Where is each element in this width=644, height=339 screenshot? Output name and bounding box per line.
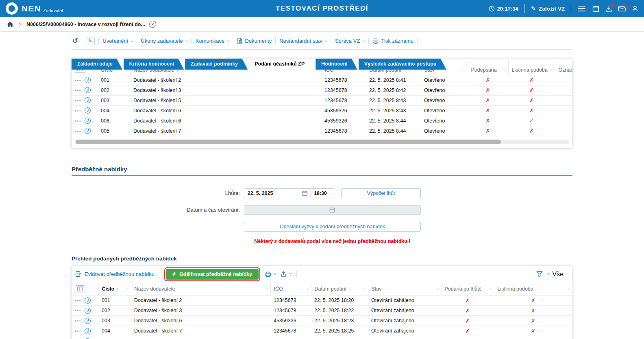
- cell-podana-po-lhute: ✗: [441, 295, 494, 306]
- brand[interactable]: NEN Zadavatel: [6, 2, 63, 15]
- col-podana-po-lhute[interactable]: Podaná po lhůtě▽: [441, 283, 494, 295]
- cell-nazev: Dodavatel - školení 5: [130, 95, 321, 105]
- row-menu-button[interactable]: •••: [75, 129, 81, 133]
- odeslani-vyzvy-button[interactable]: Odeslání výzvy k podání předběžných nabí…: [244, 222, 421, 232]
- create-vz-button[interactable]: ✎ Založit VZ: [531, 5, 565, 12]
- row-menu-button[interactable]: •••: [75, 119, 81, 123]
- filter-button[interactable]: [536, 271, 543, 277]
- profile-button[interactable]: [632, 5, 638, 12]
- menu-ukony-zadavatele[interactable]: Úkony zadavatele▽: [141, 38, 188, 44]
- evidovat-nabidku-link[interactable]: Evidovat předběžnou nabídku: [76, 271, 154, 277]
- print-list-button[interactable]: ▽: [265, 271, 276, 277]
- cell-podana-po-lhute: ✗: [441, 306, 494, 316]
- row-menu-button[interactable]: •••: [75, 298, 81, 302]
- messages-button[interactable]: [618, 6, 626, 11]
- row-menu-button[interactable]: •••: [75, 78, 81, 82]
- vypocet-lhut-button[interactable]: Výpočet lhůt: [341, 188, 421, 198]
- tab-hodnoceni[interactable]: Hodnocení: [315, 59, 357, 70]
- row-menu-button[interactable]: •••: [75, 329, 81, 333]
- cell-cislo: 003: [98, 95, 130, 105]
- downloads-button[interactable]: [605, 5, 612, 12]
- row-info-button[interactable]: i: [85, 97, 91, 103]
- menu-dokumenty[interactable]: Dokumenty: [237, 38, 272, 44]
- row-info-button[interactable]: i: [85, 308, 91, 314]
- cell-nazev: Dodavatel - školení 3: [131, 306, 270, 316]
- col-datum[interactable]: Datum podání▽: [311, 283, 368, 295]
- cell-stav: Otevřeno: [421, 95, 468, 105]
- col-cislo[interactable]: Číslo↑▽: [98, 283, 131, 295]
- col-nazev[interactable]: Název dodavatele▽: [131, 283, 270, 295]
- filter-caret-icon[interactable]: ▽: [126, 287, 128, 291]
- row-info-button[interactable]: i: [85, 328, 91, 334]
- record-tab[interactable]: N006/25/V00004860 - Inovace v rozvoji ří…: [26, 21, 156, 28]
- row-info-button[interactable]: i: [85, 107, 91, 114]
- lhuta-time-value[interactable]: 18:30: [310, 189, 334, 198]
- row-menu-button[interactable]: •••: [75, 88, 81, 92]
- table-row: •••i 005 Dodavatel - školení 7 12345678 …: [72, 126, 572, 136]
- calendar-icon[interactable]: [302, 190, 308, 196]
- row-info-button[interactable]: i: [85, 128, 91, 134]
- filter-preset-vse[interactable]: ▽ Vše: [547, 271, 564, 278]
- filter-caret-icon[interactable]: ▽: [568, 287, 570, 291]
- filter-caret-icon[interactable]: ▽: [363, 287, 366, 291]
- filter-caret-icon[interactable]: ▽: [489, 287, 492, 291]
- tab-podani-ucastniku-zp[interactable]: Podání účastníků ZP: [249, 59, 314, 70]
- row-info-button[interactable]: i: [85, 77, 91, 83]
- col-stav[interactable]: Stav▽: [368, 283, 441, 295]
- tab-vysledek[interactable]: Výsledek zadávacího postupu: [359, 59, 446, 70]
- print-record-button[interactable]: Tisk záznamu: [372, 38, 413, 44]
- home-icon: [7, 21, 14, 28]
- breadcrumb-bar: > N006/25/V00004860 - Inovace v rozvoji …: [0, 17, 644, 32]
- menu-nestandardni-stav[interactable]: Nestandardní stav▽: [279, 38, 327, 44]
- tab-zakladni-udaje[interactable]: Základní údaje: [72, 59, 122, 70]
- export-button[interactable]: ▽: [281, 271, 292, 277]
- tab-zadavaci-podminky[interactable]: Zadávací podmínky: [185, 59, 248, 70]
- history-button[interactable]: ↺: [72, 37, 78, 45]
- cell-listinna: ✗: [508, 95, 555, 105]
- prehled-toolbar: Evidovat předběžnou nabídku Odšifrovat p…: [72, 266, 572, 283]
- filter-caret-icon[interactable]: ▽: [436, 287, 439, 291]
- row-info-button[interactable]: i: [85, 118, 91, 124]
- cell-stav: Otevřeno: [421, 105, 468, 116]
- col-settings[interactable]: [72, 283, 98, 295]
- cell-listinna: ✓: [494, 336, 572, 339]
- row-info-button[interactable]: i: [85, 87, 91, 93]
- column-settings-button[interactable]: [75, 285, 85, 293]
- menu-uverejneni[interactable]: Uveřejnění▽: [102, 38, 133, 44]
- cell-podepsana: ✗: [468, 85, 508, 95]
- row-menu-button[interactable]: •••: [75, 308, 81, 313]
- notification-dot: [611, 4, 614, 7]
- col-listinna[interactable]: Listinná podoba▽: [494, 283, 572, 295]
- lhuta-datetime-input[interactable]: 22. 5. 2025 18:30: [244, 188, 334, 198]
- row-info-button[interactable]: i: [85, 297, 91, 304]
- menu-button[interactable]: [577, 5, 586, 13]
- calendar-button[interactable]: [592, 5, 599, 12]
- oteviani-datetime-input: [244, 205, 421, 215]
- cell-stav: Otevřeno: [421, 126, 468, 136]
- home-button[interactable]: [7, 21, 14, 28]
- row-menu-button[interactable]: •••: [75, 319, 81, 323]
- odsifrovat-button[interactable]: Odšifrovat předběžné nabídky: [166, 269, 259, 280]
- brand-subtitle: Zadavatel: [43, 8, 63, 13]
- filter-caret-icon[interactable]: ▽: [306, 287, 309, 291]
- row-menu-button[interactable]: •••: [75, 98, 81, 103]
- record-tab-label: N006/25/V00004860 - Inovace v rozvoji ří…: [26, 22, 145, 27]
- horizontal-scrollbar[interactable]: [75, 140, 569, 144]
- menu-komunikace[interactable]: Komunikace▽: [196, 38, 230, 44]
- cell-nazev: Dodavatel - školení 2: [131, 295, 270, 306]
- col-ico[interactable]: IČO▽: [270, 283, 311, 295]
- row-menu-button[interactable]: •••: [75, 109, 81, 113]
- lhuta-date-value[interactable]: 22. 5. 2025: [244, 190, 302, 196]
- cell-cislo: 002: [98, 306, 131, 316]
- chevron-down-icon: ▽: [547, 272, 550, 276]
- tab-kriteria-hodnoceni[interactable]: Kritéria hodnocení: [124, 59, 184, 70]
- cell-podepsana: ✗: [468, 95, 508, 105]
- scrollbar-thumb[interactable]: [76, 140, 501, 144]
- row-info-button[interactable]: i: [85, 318, 91, 324]
- cell-datum: 22. 5. 2025 18:23: [311, 336, 368, 339]
- close-tab-button[interactable]: ✕: [149, 21, 156, 28]
- breadcrumb-chevron: >: [19, 22, 22, 27]
- edit-button[interactable]: ✎: [86, 37, 95, 45]
- filter-caret-icon[interactable]: ▽: [265, 287, 268, 291]
- menu-sprava-vz[interactable]: Správa VZ▽: [335, 38, 365, 44]
